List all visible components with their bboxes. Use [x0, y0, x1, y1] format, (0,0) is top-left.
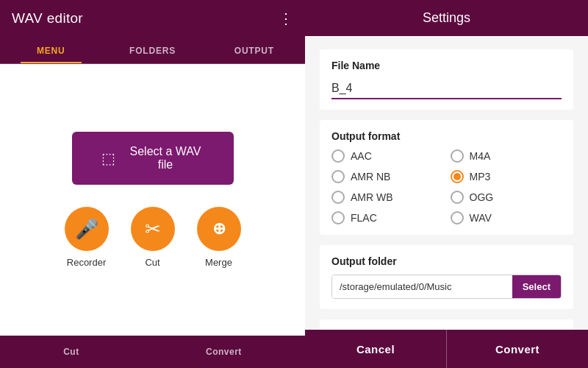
merge-button[interactable]: ⊕ — [197, 207, 241, 251]
format-m4a[interactable]: M4A — [451, 149, 562, 163]
settings-footer: Cancel Convert — [305, 330, 588, 368]
cut-button[interactable]: ✂ — [131, 207, 175, 251]
merge-icon: ⊕ — [212, 219, 226, 238]
cut-item: ✂ Cut — [131, 207, 175, 268]
tab-output[interactable]: OUTPUT — [204, 37, 305, 63]
mic-icon: 🎤 — [75, 218, 98, 241]
merge-label: Merge — [205, 257, 232, 268]
cancel-button[interactable]: Cancel — [305, 330, 447, 368]
recorder-item: 🎤 Recorder — [65, 207, 109, 268]
radio-mp3-inner — [453, 173, 461, 180]
select-wav-icon: ⬚ — [101, 149, 115, 167]
format-ogg[interactable]: OGG — [451, 191, 562, 204]
bottom-cut-label: Cut — [63, 347, 79, 357]
radio-ogg[interactable] — [451, 191, 464, 204]
settings-title: Settings — [423, 10, 470, 25]
cut-label: Cut — [145, 257, 159, 268]
format-wav[interactable]: WAV — [451, 211, 562, 224]
select-wav-button[interactable]: ⬚ Select a WAV file — [72, 132, 234, 185]
left-content: ⬚ Select a WAV file 🎤 Recorder ✂ Cut ⊕ — [0, 64, 305, 336]
folder-select-button[interactable]: Select — [512, 275, 561, 298]
bottom-convert-label: Convert — [206, 347, 242, 357]
recorder-label: Recorder — [67, 257, 106, 268]
folder-path-input[interactable] — [332, 275, 512, 298]
convert-button[interactable]: Convert — [447, 330, 588, 368]
settings-body: File Name Output format AAC M4A — [305, 36, 588, 330]
bottom-icons: 🎤 Recorder ✂ Cut ⊕ Merge — [65, 207, 241, 268]
radio-mp3[interactable] — [451, 170, 464, 183]
radio-aac[interactable] — [331, 149, 345, 163]
file-name-label: File Name — [331, 60, 562, 71]
file-name-input[interactable] — [331, 79, 562, 99]
radio-flac[interactable] — [331, 211, 345, 224]
format-amr-wb[interactable]: AMR WB — [331, 191, 443, 204]
left-panel: WAV editor ⋮ MENU FOLDERS OUTPUT ⬚ Selec… — [0, 0, 305, 368]
radio-amr-nb[interactable] — [331, 170, 345, 183]
settings-header: Settings — [305, 0, 588, 36]
output-folder-label: Output folder — [331, 255, 562, 267]
app-title: WAV editor — [12, 10, 83, 26]
format-amr-nb[interactable]: AMR NB — [331, 170, 443, 183]
left-bottom-bar: Cut Convert — [0, 336, 305, 368]
folder-row: Select — [331, 275, 562, 299]
tab-bar: MENU FOLDERS OUTPUT — [0, 37, 305, 64]
app-header: WAV editor ⋮ — [0, 0, 305, 37]
radio-amr-wb[interactable] — [331, 191, 345, 204]
radio-m4a[interactable] — [451, 149, 464, 163]
format-aac[interactable]: AAC — [331, 149, 443, 163]
tab-menu[interactable]: MENU — [0, 37, 101, 63]
audio-quality-section: Audio Quality Same — [320, 319, 573, 330]
output-format-label: Output format — [331, 130, 562, 142]
more-options-icon[interactable]: ⋮ — [279, 10, 293, 27]
radio-wav[interactable] — [451, 211, 464, 224]
scissors-icon: ✂ — [145, 218, 161, 241]
right-panel: Settings File Name Output format AAC M4A — [305, 0, 588, 368]
format-grid: AAC M4A AMR NB MP3 — [331, 149, 562, 224]
tab-folders[interactable]: FOLDERS — [101, 37, 203, 63]
merge-item: ⊕ Merge — [197, 207, 241, 268]
format-mp3[interactable]: MP3 — [451, 170, 562, 183]
file-name-section: File Name — [320, 49, 573, 110]
recorder-button[interactable]: 🎤 — [65, 207, 109, 251]
output-format-section: Output format AAC M4A AMR NB — [320, 120, 573, 235]
output-folder-section: Output folder Select — [320, 245, 573, 309]
format-flac[interactable]: FLAC — [331, 211, 443, 224]
